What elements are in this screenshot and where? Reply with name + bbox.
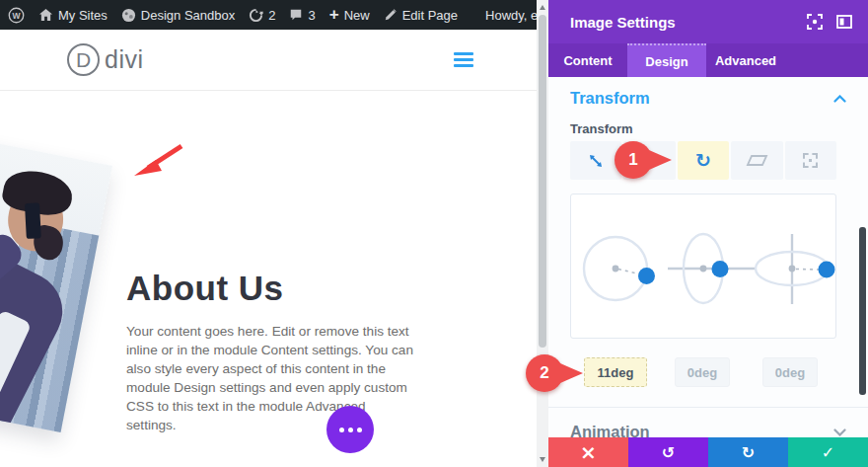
transform-rotate-button[interactable]: ↻ [678,141,729,180]
rotate-z-input[interactable] [584,357,647,387]
panel-footer: × ↺ ↻ ✓ [548,437,868,467]
redo-button[interactable]: ↻ [708,437,788,467]
rotate-icon: ↻ [695,151,711,170]
site-menu[interactable]: Design Sandbox [121,8,235,23]
site-name-label: Design Sandbox [141,8,235,23]
scale-icon [588,153,604,169]
new-content-menu[interactable]: + New [329,8,370,23]
transform-toolbar: ↻ [570,141,836,180]
annotation-arrow [126,138,189,184]
photo-phone [25,202,41,239]
undo-icon: ↺ [662,443,675,462]
save-button[interactable]: ✓ [788,437,868,467]
balloon-tail [553,360,583,386]
section-divider [548,407,868,408]
scroll-down-arrow[interactable] [540,457,545,462]
pencil-icon [384,8,398,22]
panel-tabs: Content Design Advanced [548,43,868,77]
undo-button[interactable]: ↺ [628,437,708,467]
image-settings-panel: Image Settings Content Design Advanced T… [548,0,868,467]
about-section: About Us Your content goes here. Edit or… [126,269,422,434]
transform-section-title: Transform [570,89,833,108]
rotate-x-input[interactable] [762,357,818,387]
updates-count: 2 [268,8,275,23]
panel-layout-icon[interactable] [836,15,852,29]
wordpress-logo-icon[interactable]: W [8,7,25,24]
hero-image[interactable] [0,135,112,431]
plus-icon: + [329,6,339,23]
transform-origin-button[interactable] [785,141,836,180]
updates-menu[interactable]: 2 [249,8,275,23]
close-icon: × [580,440,597,464]
rotate-y-handle [712,261,729,277]
edit-page-label: Edit Page [402,8,458,23]
annotation-step-1: 1 [615,141,652,179]
house-icon [38,8,53,22]
transform-section-toggle[interactable]: Transform [570,89,846,108]
site-header: D divi [0,30,537,91]
rotate-z-handle [638,268,655,284]
rotate-preview-box [570,194,836,339]
svg-text:W: W [12,10,21,20]
tab-advanced[interactable]: Advanced [706,43,785,77]
wp-admin-bar: W My Sites Design Sandbox 2 3 [0,0,537,30]
new-label: New [344,8,370,23]
transform-skew-button[interactable] [731,141,782,180]
transform-group-label: Transform [570,121,633,136]
focus-preview-icon[interactable] [807,14,823,30]
my-sites-label: My Sites [58,8,108,23]
edit-page-menu[interactable]: Edit Page [384,8,458,23]
rotate-axes-diagram[interactable] [571,195,835,338]
scroll-up-arrow[interactable] [540,5,545,10]
comment-icon [289,8,303,22]
screen: W My Sites Design Sandbox 2 3 [0,0,868,467]
divi-logo-mark: D [67,43,100,76]
panel-title: Image Settings [570,14,793,31]
chevron-up-icon [833,89,846,108]
tab-design[interactable]: Design [627,43,706,77]
skew-icon [746,155,767,166]
scrollbar-thumb[interactable] [539,15,546,348]
panel-header: Image Settings [548,0,868,43]
transform-values-row [548,357,868,387]
transform-origin-icon [803,153,818,168]
divi-logo-text: divi [105,45,144,74]
redo-icon: ↻ [742,443,755,462]
comments-menu[interactable]: 3 [289,8,315,23]
page-title: About Us [126,269,422,308]
panel-scrollbar[interactable] [859,227,866,395]
check-icon: ✓ [822,443,834,462]
rotate-x-handle [819,262,835,278]
comments-count: 3 [308,8,315,23]
hamburger-menu-icon[interactable] [454,52,473,67]
annotation-step-2: 2 [526,354,563,392]
balloon-tail [642,147,672,173]
divi-logo[interactable]: D divi [67,43,144,76]
tab-content[interactable]: Content [548,43,627,77]
my-sites-menu[interactable]: My Sites [38,8,108,23]
site-icon [121,8,136,23]
discard-button[interactable]: × [548,437,628,467]
page-scrollbar[interactable] [537,0,548,467]
page-settings-button[interactable] [326,406,374,453]
rotate-y-input[interactable] [675,357,730,387]
panel-body: Transform Transform ↻ [548,77,868,437]
updates-icon [249,8,263,23]
